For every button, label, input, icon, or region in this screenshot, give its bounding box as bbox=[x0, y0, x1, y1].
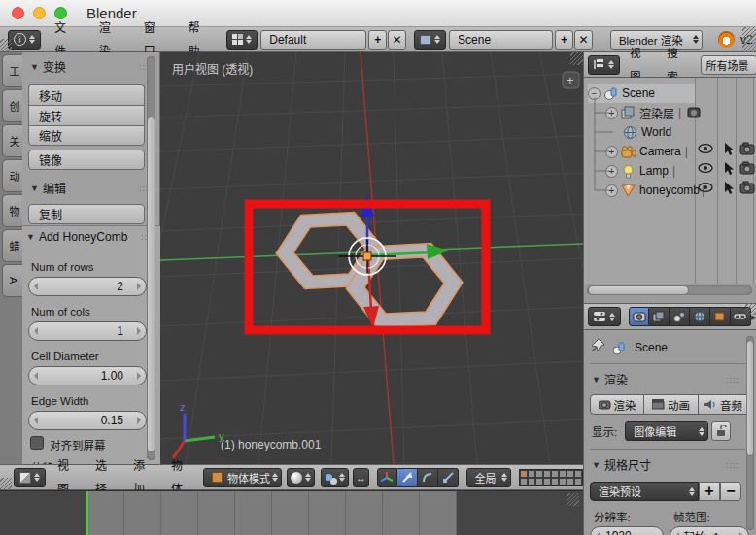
mode-dropdown[interactable]: 物体模式 bbox=[203, 468, 282, 487]
rotate-button[interactable]: 旋转 bbox=[28, 105, 145, 125]
transform-orientation-dropdown[interactable]: 全局 bbox=[466, 468, 511, 487]
render-result-icon[interactable] bbox=[687, 106, 702, 120]
corner-resize-handle[interactable] bbox=[0, 39, 12, 51]
panel-header-transform[interactable]: ▼ 变换 :::: bbox=[30, 58, 153, 75]
remove-preset-button[interactable]: − bbox=[720, 482, 741, 501]
editor-type-selector-info[interactable]: i bbox=[8, 30, 41, 50]
screen-layout-field[interactable]: Default bbox=[260, 30, 366, 50]
editor-type-selector-3dview[interactable] bbox=[14, 468, 46, 487]
manipulator-axis-toggle[interactable] bbox=[377, 468, 397, 487]
edge-width-slider[interactable]: 0.15 bbox=[28, 411, 147, 430]
n-panel-toggle-button[interactable]: + bbox=[563, 72, 579, 88]
outliner-hscrollbar-thumb[interactable] bbox=[588, 285, 689, 295]
scale-button[interactable]: 缩放 bbox=[28, 125, 145, 146]
cell-diameter-slider[interactable]: 1.00 bbox=[28, 366, 147, 385]
outliner-item-lamp[interactable]: + Lamp | bbox=[605, 161, 675, 181]
outliner-hscrollbar[interactable] bbox=[584, 284, 756, 297]
manipulator-rotate-toggle[interactable] bbox=[418, 468, 438, 487]
render-animation-button[interactable]: 动画 bbox=[644, 394, 699, 415]
viewport-canvas[interactable]: z y 用户视图 (透视) (1) honeycomb.001 + bbox=[160, 52, 583, 464]
tab-grease-pencil[interactable]: 蜡 bbox=[2, 229, 22, 262]
tab-object[interactable] bbox=[710, 307, 731, 326]
pin-icon[interactable] bbox=[590, 338, 605, 357]
screen-layout-selector[interactable] bbox=[226, 30, 258, 50]
tab-create[interactable]: 创 bbox=[2, 89, 22, 122]
num-cols-slider[interactable]: 1 bbox=[28, 321, 147, 341]
tab-animation[interactable]: 动 bbox=[2, 159, 22, 192]
select-toggle-cursor-icon[interactable] bbox=[722, 181, 736, 199]
outliner-item-renderlayers[interactable]: + 渲染层 | bbox=[605, 103, 705, 122]
tab-render-layers[interactable] bbox=[649, 307, 670, 326]
outliner-item-camera[interactable]: + Camera | bbox=[605, 142, 688, 161]
select-toggle-cursor-icon[interactable] bbox=[722, 142, 736, 160]
slider-right-arrow-icon[interactable] bbox=[137, 372, 141, 380]
panel-header-edit[interactable]: ▼ 编辑 :::: bbox=[30, 180, 153, 196]
resolution-x-slider[interactable]: 1920 bbox=[590, 526, 664, 535]
layers-grid[interactable] bbox=[519, 469, 583, 486]
panel-header-add-honeycomb[interactable]: ▼ Add HoneyComb :::: bbox=[26, 230, 155, 244]
manipulator-scale-toggle[interactable] bbox=[438, 468, 459, 487]
tab-world[interactable] bbox=[690, 307, 710, 326]
frame-start-slider[interactable]: 起始: 1 bbox=[670, 526, 749, 535]
manipulate-centers-toggle[interactable]: ↔ bbox=[353, 468, 368, 487]
outliner-item-world[interactable]: World bbox=[623, 122, 671, 142]
toolshelf-scrollbar-thumb[interactable] bbox=[147, 117, 155, 452]
panel-header-dimensions[interactable]: ▼ 规格尺寸 :::: bbox=[592, 456, 739, 473]
tab-addons[interactable]: A bbox=[2, 264, 22, 297]
corner-resize-handle[interactable] bbox=[745, 303, 756, 315]
corner-resize-handle[interactable] bbox=[742, 27, 756, 52]
timeline-editor[interactable] bbox=[0, 490, 583, 535]
select-toggle-cursor-icon[interactable] bbox=[722, 161, 736, 180]
layer-cell-active[interactable] bbox=[520, 470, 528, 478]
hide-toggle-eye-icon[interactable] bbox=[697, 161, 714, 178]
hide-toggle-eye-icon[interactable] bbox=[697, 181, 714, 197]
hide-toggle-eye-icon[interactable] bbox=[697, 142, 714, 158]
mirror-button[interactable]: 镜像 bbox=[28, 150, 145, 170]
minimize-window-button[interactable] bbox=[33, 7, 46, 19]
translate-button[interactable]: 移动 bbox=[28, 84, 145, 105]
tab-tools[interactable]: 工 bbox=[2, 54, 22, 87]
tab-render[interactable] bbox=[629, 307, 649, 326]
render-presets-dropdown[interactable]: 渲染预设 bbox=[590, 482, 699, 501]
pivot-point-dropdown[interactable] bbox=[321, 468, 349, 487]
editor-type-selector-properties[interactable] bbox=[588, 307, 621, 326]
render-audio-button[interactable]: 音频 bbox=[699, 394, 749, 415]
corner-resize-handle[interactable] bbox=[567, 493, 579, 506]
manipulator-translate-toggle[interactable] bbox=[397, 468, 418, 487]
add-scene-button[interactable]: + bbox=[555, 30, 573, 50]
duplicate-button[interactable]: 复制 bbox=[28, 204, 145, 224]
close-window-button[interactable] bbox=[12, 7, 24, 19]
editor-type-selector-outliner[interactable] bbox=[588, 55, 620, 75]
slider-right-arrow-icon[interactable] bbox=[137, 417, 141, 424]
corner-resize-handle[interactable] bbox=[570, 52, 583, 65]
properties-scrollbar-thumb[interactable] bbox=[746, 340, 754, 456]
viewport-shading-dropdown[interactable] bbox=[287, 468, 315, 487]
lock-interface-button[interactable] bbox=[711, 421, 731, 441]
render-still-button[interactable]: 渲染 bbox=[590, 394, 644, 415]
tab-physics[interactable]: 物 bbox=[2, 194, 22, 227]
slider-right-arrow-icon[interactable] bbox=[137, 283, 141, 290]
add-layout-button[interactable]: + bbox=[368, 30, 387, 50]
add-preset-button[interactable]: + bbox=[699, 482, 720, 501]
render-toggle-camera-icon[interactable] bbox=[739, 142, 756, 159]
corner-resize-handle[interactable] bbox=[0, 478, 12, 491]
slider-right-arrow-icon[interactable] bbox=[137, 327, 141, 335]
num-rows-slider[interactable]: 2 bbox=[28, 277, 147, 296]
panel-header-render[interactable]: ▼ 渲染 :::: bbox=[592, 371, 739, 387]
scene-selector[interactable] bbox=[414, 30, 446, 50]
align-to-view-checkbox[interactable] bbox=[30, 436, 44, 450]
delete-layout-button[interactable]: ✕ bbox=[388, 30, 406, 50]
viewport-3d[interactable]: z y 用户视图 (透视) (1) honeycomb.001 + bbox=[160, 52, 583, 464]
delete-scene-button[interactable]: ✕ bbox=[574, 30, 593, 50]
panel-drag-dots[interactable]: :::: bbox=[726, 375, 739, 385]
render-toggle-camera-icon[interactable] bbox=[739, 161, 756, 179]
timeline-frame-range[interactable] bbox=[87, 491, 457, 535]
timeline-playhead[interactable] bbox=[86, 491, 88, 535]
display-mode-dropdown[interactable]: 图像编辑 bbox=[625, 421, 708, 441]
scene-name-field[interactable]: Scene bbox=[449, 30, 553, 50]
render-toggle-camera-icon[interactable] bbox=[739, 181, 756, 198]
panel-drag-dots[interactable]: :::: bbox=[726, 460, 739, 470]
outliner-display-filter[interactable]: 所有场景 bbox=[701, 55, 756, 75]
outliner-item-honeycomb[interactable]: + honeycomb | bbox=[605, 181, 704, 200]
tab-relations[interactable]: 关 bbox=[2, 124, 22, 157]
